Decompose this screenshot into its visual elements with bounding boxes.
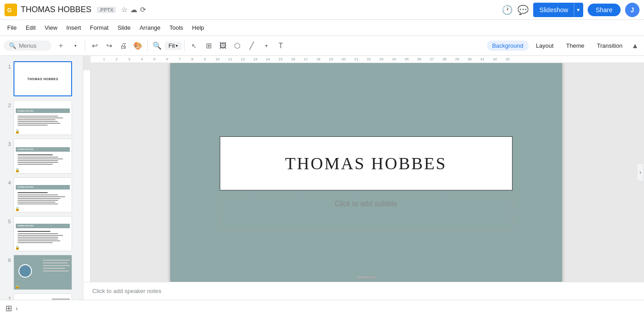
shape-btn[interactable]: ⬡ [231, 39, 244, 53]
ruler-32: 32 [489, 57, 501, 61]
menu-file[interactable]: File [4, 23, 20, 33]
ruler-16: 16 [287, 57, 299, 61]
menu-tools[interactable]: Tools [166, 23, 186, 33]
undo-btn[interactable]: ↩ [88, 39, 101, 53]
slide-thumb-3[interactable]: 3 🔒 HUMAN NATURE [0, 137, 83, 176]
share-button[interactable]: Share [588, 4, 621, 16]
speaker-notes-placeholder: Click to add speaker notes [92, 288, 161, 294]
comment-icon[interactable]: 💬 [517, 5, 529, 15]
textbox-btn[interactable]: T [274, 39, 287, 53]
paint-format-btn[interactable]: 🎨 [131, 39, 145, 53]
cloud-drive-icon[interactable]: ☁ [130, 5, 137, 14]
title-bar: G THOMAS HOBBES .PPTX ☆ ☁ ⟳ 🕐 💬 Slidesho… [0, 0, 644, 20]
redo-btn[interactable]: ↪ [102, 39, 116, 53]
divider-3 [184, 41, 185, 51]
slide-num-7: 7 [4, 296, 11, 300]
grid-view-btn[interactable]: ⊞ [5, 303, 12, 313]
slide-page-indicator [357, 276, 375, 278]
ruler-27: 27 [426, 57, 438, 61]
ruler-14: 14 [262, 57, 274, 61]
collapse-side-panel-btn[interactable]: ‹ [16, 305, 18, 312]
menu-edit[interactable]: Edit [22, 23, 39, 33]
ruler-4: 4 [136, 57, 148, 61]
menu-format[interactable]: Format [86, 23, 112, 33]
image-btn[interactable]: 🖼 [216, 39, 230, 53]
menu-view[interactable]: View [41, 23, 61, 33]
thumb-title-1: THOMAS HOBBES [27, 77, 59, 81]
slide-thumb-6[interactable]: 6 🔒 [0, 253, 83, 292]
ruler-8: 8 [186, 57, 199, 61]
ruler-9: 9 [199, 57, 211, 61]
slide-title-text: THOMAS HOBBES [285, 153, 447, 173]
main-area: 1 THOMAS HOBBES 2 🔒 HUMAN NATURE [0, 56, 644, 300]
slide-preview-6: 🔒 [14, 255, 72, 290]
slide-5-content: HUMAN NATURE [14, 222, 72, 246]
doc-title: THOMAS HOBBES [21, 5, 91, 14]
slide-subtitle-box[interactable]: Click to add subtitle [220, 195, 512, 231]
tab-layout[interactable]: Layout [531, 41, 559, 51]
line-dropdown[interactable]: ▾ [259, 39, 273, 53]
slide-canvas[interactable]: THOMAS HOBBES Click to add subtitle [170, 63, 562, 282]
ruler-29: 29 [451, 57, 463, 61]
ruler-19: 19 [325, 57, 337, 61]
slide-2-content: HUMAN NATURE [14, 107, 72, 128]
slide-3-content: HUMAN NATURE [14, 145, 72, 167]
ruler-10: 10 [211, 57, 224, 61]
slide-thumb-1[interactable]: 1 THOMAS HOBBES [0, 59, 83, 98]
menu-insert[interactable]: Insert [63, 23, 85, 33]
menu-help[interactable]: Help [189, 23, 208, 33]
avatar[interactable]: J [625, 3, 639, 17]
slideshow-button[interactable]: Slideshow ▾ [533, 3, 583, 17]
tab-transition[interactable]: Transition [592, 41, 628, 51]
slide-panel: 1 THOMAS HOBBES 2 🔒 HUMAN NATURE [0, 56, 83, 300]
canvas-area: 1 2 3 4 5 6 7 8 9 10 11 12 13 14 15 16 1… [83, 56, 644, 300]
slide-7-image [52, 298, 70, 300]
slideshow-button-label: Slideshow [534, 3, 574, 17]
new-slide-dropdown[interactable]: ▾ [68, 39, 82, 53]
ruler-23: 23 [375, 57, 388, 61]
lock-icon-2: 🔒 [15, 129, 20, 134]
slide-thumb-5[interactable]: 5 🔒 HUMAN NATURE [0, 214, 83, 253]
search-input[interactable] [19, 42, 46, 49]
slide-viewport[interactable]: THOMAS HOBBES Click to add subtitle [83, 63, 644, 282]
ruler-15: 15 [274, 57, 287, 61]
menu-arrange[interactable]: Arrange [136, 23, 164, 33]
zoom-in-btn[interactable]: 🔍 [150, 39, 164, 53]
tab-background[interactable]: Background [487, 41, 529, 51]
slide-title-box[interactable]: THOMAS HOBBES [220, 136, 512, 190]
select-btn[interactable]: ⊞ [202, 39, 215, 53]
speaker-notes[interactable]: Click to add speaker notes [83, 282, 644, 300]
ruler-28: 28 [438, 57, 451, 61]
tab-theme[interactable]: Theme [561, 41, 590, 51]
slide-num-3: 3 [4, 141, 11, 147]
slide-thumb-7[interactable]: 7 [0, 292, 83, 300]
lock-icon-3: 🔒 [15, 168, 20, 172]
slide-thumb-2[interactable]: 2 🔒 HUMAN NATURE [0, 98, 83, 137]
slide-subtitle-placeholder: Click to add subtitle [335, 200, 397, 208]
version-history-icon[interactable]: 🕐 [502, 5, 513, 15]
collapse-toolbar-btn[interactable]: ▲ [630, 40, 640, 52]
history-icon[interactable]: ⟳ [140, 5, 146, 14]
slideshow-dropdown-arrow[interactable]: ▾ [574, 3, 582, 17]
ruler-6: 6 [161, 57, 173, 61]
print-btn[interactable]: 🖨 [117, 39, 130, 53]
toolbar-search[interactable]: 🔍 [4, 41, 51, 51]
slide-num-1: 1 [4, 64, 11, 69]
slide-preview-5: 🔒 HUMAN NATURE [14, 216, 72, 251]
new-slide-btn[interactable]: ＋ [54, 39, 68, 53]
ruler-18: 18 [312, 57, 325, 61]
menu-slide[interactable]: Slide [114, 23, 134, 33]
side-panel-toggle[interactable]: › [637, 163, 644, 181]
lock-icon-5: 🔒 [15, 245, 20, 250]
zoom-selector[interactable]: Fit ▾ [165, 41, 181, 50]
slide-4-content: HUMAN NATURE [14, 183, 72, 207]
pptx-badge: .PPTX [97, 7, 116, 13]
slide-6-lines [43, 260, 70, 272]
app-logo: G [5, 4, 17, 16]
ruler-30: 30 [463, 57, 476, 61]
line-btn[interactable]: ╱ [245, 39, 259, 53]
slide-thumb-4[interactable]: 4 🔒 HUMAN NATURE [0, 176, 83, 214]
star-icon[interactable]: ☆ [121, 5, 127, 14]
ruler-17: 17 [299, 57, 312, 61]
cursor-btn[interactable]: ↖ [187, 39, 201, 53]
